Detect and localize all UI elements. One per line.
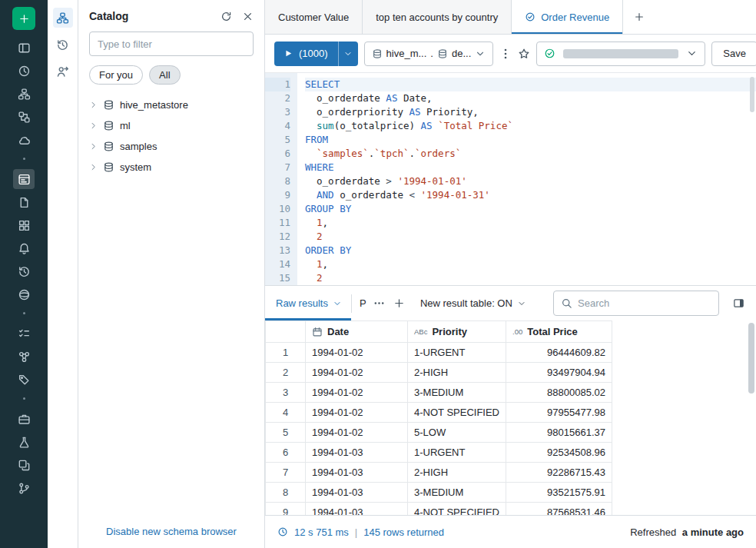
close-panel-button[interactable]: [242, 11, 254, 22]
table-row[interactable]: 11994-01-021-URGENT96444609.82: [266, 343, 612, 363]
catalog-tree: hive_metastoremlsamplessystem: [78, 95, 264, 178]
code-line[interactable]: GROUP BY: [305, 202, 756, 216]
code-line[interactable]: WHERE: [305, 161, 756, 174]
nav-cloud-button[interactable]: [13, 130, 35, 150]
nav-sql-editor-button[interactable]: [13, 169, 35, 189]
nav-history-button[interactable]: [13, 261, 35, 281]
sitemap-icon: [18, 88, 31, 101]
row-number: 7: [266, 463, 306, 483]
sql-editor[interactable]: 123456789101112131415 SELECT o_orderdate…: [265, 73, 756, 285]
nav-sphere-button[interactable]: [13, 284, 35, 304]
run-button[interactable]: (1000): [274, 42, 338, 66]
raw-results-tab[interactable]: Raw results: [265, 286, 351, 320]
results-overflow-button[interactable]: [370, 292, 390, 315]
nav-tag-button[interactable]: [13, 370, 35, 390]
sitemap-icon: [56, 12, 69, 25]
run-options-button[interactable]: [338, 42, 358, 66]
table-row[interactable]: 81994-01-033-MEDIUM93521575.91: [266, 483, 612, 503]
nav-flask-button[interactable]: [13, 432, 35, 452]
subrail-person-arrow-button[interactable]: [53, 61, 73, 81]
code-line[interactable]: 1,: [305, 216, 756, 230]
nav-sitemap-button[interactable]: [13, 84, 35, 104]
hidden-results-tab[interactable]: P: [360, 297, 370, 309]
table-row[interactable]: 31994-01-023-MEDIUM88800085.02: [266, 383, 612, 403]
warehouse-selector[interactable]: [536, 42, 705, 66]
row-number: 4: [266, 403, 306, 423]
disable-schema-browser-link[interactable]: Disable new schema browser: [78, 526, 264, 537]
catalog-filter-input[interactable]: [89, 32, 254, 56]
code-line[interactable]: 2: [305, 271, 756, 285]
nav-group-divider: [23, 158, 25, 160]
scrollbar-thumb[interactable]: [748, 323, 754, 394]
row-number: 9: [266, 503, 306, 516]
more-actions-button[interactable]: [499, 42, 512, 66]
catalog-tree-item[interactable]: system: [83, 157, 260, 178]
code-area[interactable]: SELECT o_orderdate AS Date, o_orderprior…: [297, 73, 756, 285]
nav-model-button[interactable]: [13, 347, 35, 367]
nav-bell-button[interactable]: [13, 238, 35, 258]
table-row[interactable]: 21994-01-022-HIGH93497904.94: [266, 363, 612, 383]
table-row[interactable]: 61994-01-031-URGENT92534508.96: [266, 443, 612, 463]
chevron-down-icon: [333, 299, 342, 308]
code-line[interactable]: ORDER BY: [305, 244, 756, 257]
results-search-input[interactable]: [578, 297, 711, 309]
table-row[interactable]: 41994-01-024-NOT SPECIFIED97955477.98: [266, 403, 612, 423]
nav-file-button[interactable]: [13, 192, 35, 212]
code-line[interactable]: sum(o_totalprice) AS `Total Price`: [305, 119, 756, 133]
nav-checklist-button[interactable]: [13, 324, 35, 344]
code-line[interactable]: o_orderdate AS Date,: [305, 91, 756, 105]
filter-pill-for-you[interactable]: For you: [89, 65, 143, 85]
star-icon: [518, 48, 530, 60]
refresh-button[interactable]: [220, 11, 232, 22]
table-row[interactable]: 71994-01-032-HIGH92286715.43: [266, 463, 612, 483]
save-button[interactable]: Save: [711, 42, 756, 66]
subrail-sitemap-button[interactable]: [53, 8, 73, 28]
cell: 1994-01-02: [306, 363, 408, 383]
editor-scrollbar[interactable]: [750, 77, 754, 112]
browser-subrail: [48, 0, 78, 548]
briefcase-icon: [18, 413, 31, 426]
favorite-star-button[interactable]: [518, 42, 530, 66]
database-icon: [103, 141, 114, 152]
results-search: [553, 291, 719, 316]
nav-panel-button[interactable]: [13, 38, 35, 58]
sql-editor-icon: [18, 173, 31, 186]
side-panel-toggle-button[interactable]: [728, 292, 748, 315]
table-row[interactable]: 91994-01-034-NOT SPECIFIED87568531.46: [266, 503, 612, 516]
query-tab[interactable]: Order Revenue: [512, 0, 623, 34]
add-visualization-button[interactable]: [390, 292, 410, 315]
table-row[interactable]: 51994-01-025-LOW98015661.37: [266, 423, 612, 443]
subrail-history-button[interactable]: [53, 35, 73, 55]
column-header-date[interactable]: Date: [306, 321, 408, 343]
query-tab[interactable]: Customer Value: [265, 0, 363, 34]
editor-main: Customer Valuetop ten accounts by countr…: [265, 0, 756, 548]
query-tab[interactable]: top ten accounts by country: [363, 0, 512, 34]
code-line[interactable]: o_orderpriority AS Priority,: [305, 105, 756, 119]
filter-pill-all[interactable]: All: [149, 65, 180, 85]
catalog-tree-item[interactable]: hive_metastore: [83, 95, 260, 115]
nav-workflow-button[interactable]: [13, 107, 35, 127]
new-button[interactable]: [12, 7, 35, 30]
nav-briefcase-button[interactable]: [13, 409, 35, 429]
nav-clock-button[interactable]: [13, 61, 35, 81]
code-line[interactable]: o_orderdate > '1994-01-01': [305, 174, 756, 188]
nav-branch-button[interactable]: [13, 478, 35, 498]
code-line[interactable]: 1,: [305, 257, 756, 271]
column-header-priority[interactable]: ABcPriority: [408, 321, 506, 343]
code-line[interactable]: SELECT: [305, 78, 756, 91]
code-line[interactable]: AND o_orderdate < '1994-01-31': [305, 188, 756, 202]
add-tab-button[interactable]: [623, 0, 655, 34]
results-scrollbar[interactable]: [748, 323, 754, 513]
code-line[interactable]: FROM: [305, 133, 756, 147]
nav-windows-button[interactable]: [13, 455, 35, 475]
clock-icon: [18, 65, 31, 78]
catalog-tree-item[interactable]: ml: [83, 115, 260, 136]
checklist-icon: [18, 327, 31, 340]
new-result-table-toggle[interactable]: New result table: ON: [420, 297, 526, 309]
column-header-total-price[interactable]: .00Total Price: [506, 321, 612, 343]
nav-grid-button[interactable]: [13, 215, 35, 235]
code-line[interactable]: `samples`.`tpch`.`orders`: [305, 147, 756, 161]
catalog-tree-item[interactable]: samples: [83, 136, 260, 157]
catalog-schema-selector[interactable]: hive_m... . de...: [364, 42, 494, 66]
code-line[interactable]: 2: [305, 230, 756, 244]
